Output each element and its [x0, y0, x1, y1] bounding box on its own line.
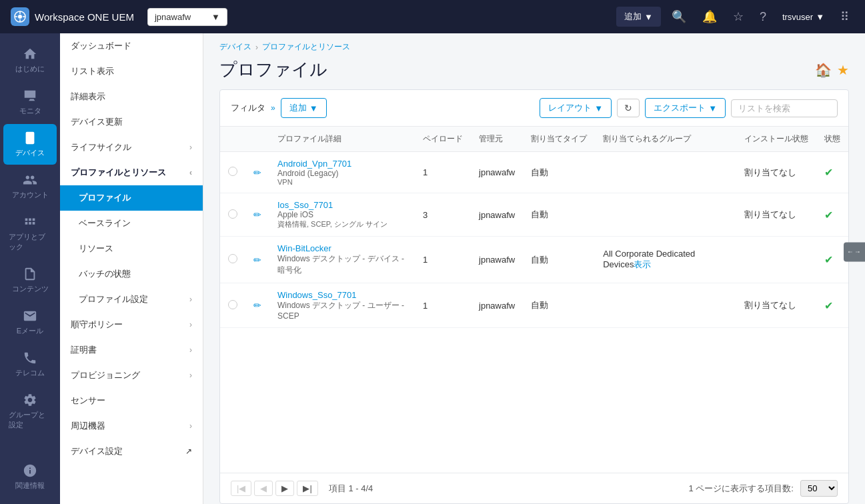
external-link-icon: ↗: [185, 447, 192, 456]
row-pencil-1[interactable]: ✏: [245, 193, 269, 237]
cell-profile-name-0: Android_Vpn_7701 Android (Legacy) VPN: [269, 152, 415, 193]
favorite-star-icon[interactable]: ★: [837, 62, 849, 78]
table-row: ✏ Ios_Sso_7701 Apple iOS 資格情報, SCEP, シング…: [220, 193, 848, 237]
row-pencil-2[interactable]: ✏: [245, 237, 269, 283]
profiles-table: プロファイル詳細 ペイロード 管理元 割り当てタイプ 割り当てられるグループ イ…: [220, 127, 848, 328]
right-tab[interactable]: ↑↓: [844, 243, 865, 262]
chevron-down-icon: ‹: [189, 168, 192, 177]
pag-next-button[interactable]: ▶: [275, 481, 294, 496]
cell-profile-name-1: Ios_Sso_7701 Apple iOS 資格情報, SCEP, シングル …: [269, 193, 415, 237]
cell-managed-by-3: jpnawafw: [471, 283, 523, 328]
content-area: フィルタ » 追加 ▼ レイアウト ▼ ↻ エクスポート ▼: [219, 89, 849, 504]
sidebar-item-dashboard[interactable]: ダッシュボード: [60, 33, 203, 59]
table-row: ✏ Android_Vpn_7701 Android (Legacy) VPN …: [220, 152, 848, 193]
breadcrumb-devices[interactable]: デバイス: [219, 41, 251, 53]
sidebar-item-lifecycle[interactable]: ライフサイクル ›: [60, 135, 203, 160]
cell-assign-type-0: 自動: [523, 152, 595, 193]
cell-assign-group-3: [595, 283, 736, 328]
profile-link-2[interactable]: Win-BitLocker: [277, 243, 407, 253]
chevron-right-icon-2: ›: [189, 295, 192, 304]
sidebar-item-profiles-parent[interactable]: プロファイルとリソース ‹: [60, 160, 203, 185]
sidebar-item-baseline[interactable]: ベースライン: [60, 211, 203, 236]
pag-prev-button[interactable]: ◀: [254, 481, 273, 496]
org-selector[interactable]: jpnawafw ▼: [147, 8, 227, 26]
pag-last-button[interactable]: ▶|: [297, 481, 317, 496]
refresh-button[interactable]: ↻: [617, 99, 640, 117]
cell-profile-name-2: Win-BitLocker Windows デスクトップ - デバイス - 暗号…: [269, 237, 415, 283]
sidebar-item-telecom[interactable]: テレコム: [3, 344, 57, 385]
col-payload: ペイロード: [415, 127, 471, 152]
sidebar-item-device-update[interactable]: デバイス更新: [60, 109, 203, 135]
user-button[interactable]: trsvuser ▼: [777, 9, 830, 25]
secondary-sidebar: ダッシュボード リスト表示 詳細表示 デバイス更新 ライフサイクル › プロファ…: [60, 33, 203, 504]
assign-link-2[interactable]: 表示: [634, 259, 651, 269]
home-shortcut-icon[interactable]: 🏠: [815, 62, 832, 78]
row-pencil-3[interactable]: ✏: [245, 283, 269, 328]
add-button[interactable]: 追加 ▼: [616, 7, 661, 27]
filter-arrow-icon[interactable]: »: [271, 103, 275, 113]
sidebar-item-content[interactable]: コンテンツ: [3, 260, 57, 301]
cell-payload-2: 1: [415, 237, 471, 283]
star-icon-btn[interactable]: ☆: [728, 7, 749, 27]
sidebar-item-profile-settings[interactable]: プロファイル設定 ›: [60, 287, 203, 312]
table-row: ✏ Win-BitLocker Windows デスクトップ - デバイス - …: [220, 237, 848, 283]
layout-button[interactable]: レイアウト ▼: [540, 98, 612, 118]
col-edit: [245, 127, 269, 152]
sidebar-item-profile-sub[interactable]: プロファイル: [60, 185, 203, 211]
sidebar-item-related[interactable]: 関連情報: [3, 457, 57, 497]
cell-status-0: ✔: [816, 152, 848, 193]
cell-assign-type-3: 自動: [523, 283, 595, 328]
cell-assign-group-1: [595, 193, 736, 237]
cell-assign-group-2: All Corporate Dedicated Devices表示: [595, 237, 736, 283]
sidebar-item-home[interactable]: はじめに: [3, 40, 57, 81]
cell-assign-type-1: 自動: [523, 193, 595, 237]
sidebar-item-apps[interactable]: アプリとブック: [3, 208, 57, 259]
per-page-select[interactable]: 50 25 100: [800, 480, 838, 497]
profile-link-3[interactable]: Windows_Sso_7701: [277, 290, 407, 300]
sidebar-item-resources[interactable]: リソース: [60, 236, 203, 261]
table-container: プロファイル詳細 ペイロード 管理元 割り当てタイプ 割り当てられるグループ イ…: [220, 127, 848, 473]
export-button[interactable]: エクスポート ▼: [645, 98, 726, 118]
sidebar-item-detail-view[interactable]: 詳細表示: [60, 84, 203, 109]
search-icon-btn[interactable]: 🔍: [666, 7, 692, 27]
profile-link-0[interactable]: Android_Vpn_7701: [277, 159, 407, 169]
sidebar-item-sensor[interactable]: センサー: [60, 388, 203, 413]
sidebar-item-provisioning[interactable]: プロビジョニング ›: [60, 363, 203, 388]
sidebar-item-peripheral[interactable]: 周辺機器 ›: [60, 413, 203, 439]
sidebar-item-email[interactable]: Eメール: [3, 302, 57, 343]
search-input[interactable]: [731, 99, 838, 117]
col-checkbox: [220, 127, 245, 152]
row-radio-1[interactable]: [220, 193, 245, 237]
breadcrumb-profiles-resources[interactable]: プロファイルとリソース: [262, 41, 350, 53]
sidebar-item-settings[interactable]: グループと設定: [3, 386, 57, 437]
bell-icon-btn[interactable]: 🔔: [697, 7, 722, 27]
help-icon-btn[interactable]: ?: [754, 7, 772, 27]
sidebar-item-compliance[interactable]: 順守ポリシー ›: [60, 312, 203, 337]
filter-label: フィルタ: [231, 102, 265, 114]
sidebar-item-account[interactable]: アカウント: [3, 166, 57, 207]
grid-icon-btn[interactable]: ⠿: [835, 7, 854, 27]
chevron-right-icon-6: ›: [189, 421, 192, 431]
profile-link-1[interactable]: Ios_Sso_7701: [277, 200, 407, 210]
content-icon: [23, 267, 37, 281]
col-profile-details: プロファイル詳細: [269, 127, 415, 152]
pag-first-button[interactable]: |◀: [231, 481, 251, 496]
row-radio-0[interactable]: [220, 152, 245, 193]
sidebar-item-device[interactable]: デバイス: [3, 124, 57, 165]
sidebar-item-device-settings[interactable]: デバイス設定 ↗: [60, 439, 203, 464]
sidebar-item-batch-status[interactable]: バッチの状態: [60, 261, 203, 287]
table-header-row: プロファイル詳細 ペイロード 管理元 割り当てタイプ 割り当てられるグループ イ…: [220, 127, 848, 152]
col-assign-type: 割り当てタイプ: [523, 127, 595, 152]
cell-install-status-0: 割り当てなし: [736, 152, 816, 193]
add-profile-button[interactable]: 追加 ▼: [281, 98, 327, 118]
pagination: |◀ ◀ ▶ ▶| 項目 1 - 4/4 1 ページに表示する項目数: 50 2…: [220, 473, 848, 503]
row-radio-2[interactable]: [220, 237, 245, 283]
sidebar-item-list-view[interactable]: リスト表示: [60, 59, 203, 84]
sidebar-item-monitor[interactable]: モニタ: [3, 82, 57, 123]
row-pencil-0[interactable]: ✏: [245, 152, 269, 193]
apps-icon: [23, 215, 37, 229]
row-radio-3[interactable]: [220, 283, 245, 328]
sidebar-item-certificate[interactable]: 証明書 ›: [60, 337, 203, 363]
breadcrumb: デバイス › プロファイルとリソース: [203, 33, 865, 55]
settings-icon: [23, 393, 37, 407]
